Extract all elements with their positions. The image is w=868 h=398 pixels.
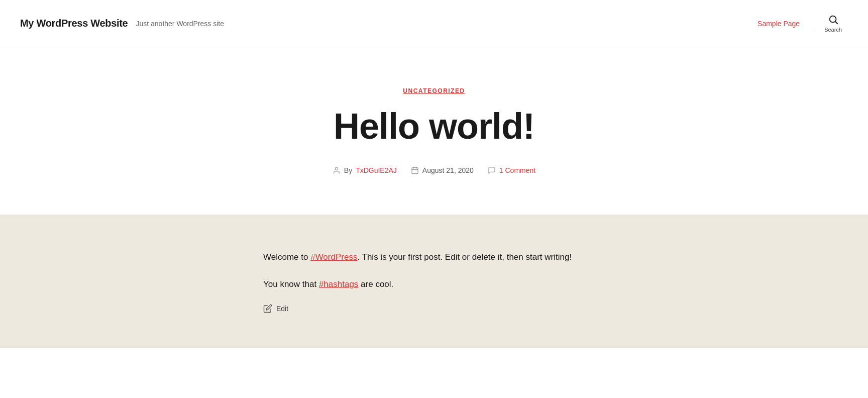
content-paragraph-2: You know that #hashtags are cool. xyxy=(263,277,605,292)
content-p1-prefix: Welcome to xyxy=(263,252,310,262)
svg-line-1 xyxy=(835,22,837,24)
post-title: Hello world! xyxy=(20,107,848,146)
site-title: My WordPress Website xyxy=(20,18,128,29)
search-icon xyxy=(828,14,839,25)
header-right: Sample Page Search xyxy=(747,10,848,37)
post-date-meta: August 21, 2020 xyxy=(411,166,474,174)
edit-link[interactable]: Edit xyxy=(276,305,288,313)
site-header: My WordPress Website Just another WordPr… xyxy=(0,0,868,47)
content-p2-suffix: are cool. xyxy=(358,279,393,289)
edit-link-row: Edit xyxy=(263,304,605,313)
svg-rect-3 xyxy=(412,168,418,174)
wordpress-link[interactable]: #WordPress xyxy=(310,252,357,262)
author-prefix: By xyxy=(344,166,352,174)
post-meta: By TxDGuIE2AJ August 21, 2020 1 Comment xyxy=(20,166,848,174)
edit-icon xyxy=(263,304,272,313)
svg-point-2 xyxy=(335,167,338,170)
post-date: August 21, 2020 xyxy=(422,166,474,174)
site-tagline: Just another WordPress site xyxy=(136,20,224,28)
nav-sample-page-link[interactable]: Sample Page xyxy=(747,16,810,32)
comment-icon xyxy=(488,166,496,174)
comments-link[interactable]: 1 Comment xyxy=(499,166,535,174)
author-link[interactable]: TxDGuIE2AJ xyxy=(356,166,397,174)
content-paragraph-1: Welcome to #WordPress. This is your firs… xyxy=(263,250,605,265)
post-content-inner: Welcome to #WordPress. This is your firs… xyxy=(263,250,605,313)
content-p2-prefix: You know that xyxy=(263,279,319,289)
svg-point-0 xyxy=(829,16,836,23)
post-content-section: Welcome to #WordPress. This is your firs… xyxy=(0,215,868,348)
search-button[interactable]: Search xyxy=(818,10,848,37)
search-label: Search xyxy=(824,27,842,33)
header-left: My WordPress Website Just another WordPr… xyxy=(20,18,224,29)
post-comments-meta: 1 Comment xyxy=(488,166,535,174)
content-p1-suffix: . This is your first post. Edit or delet… xyxy=(357,252,572,262)
header-divider xyxy=(814,16,814,31)
post-header-section: UNCATEGORIZED Hello world! By TxDGuIE2AJ… xyxy=(0,47,868,215)
hashtags-link[interactable]: #hashtags xyxy=(319,279,358,289)
author-icon xyxy=(333,166,341,174)
post-category-link[interactable]: UNCATEGORIZED xyxy=(20,87,848,94)
post-author-meta: By TxDGuIE2AJ xyxy=(333,166,397,174)
calendar-icon xyxy=(411,166,419,174)
